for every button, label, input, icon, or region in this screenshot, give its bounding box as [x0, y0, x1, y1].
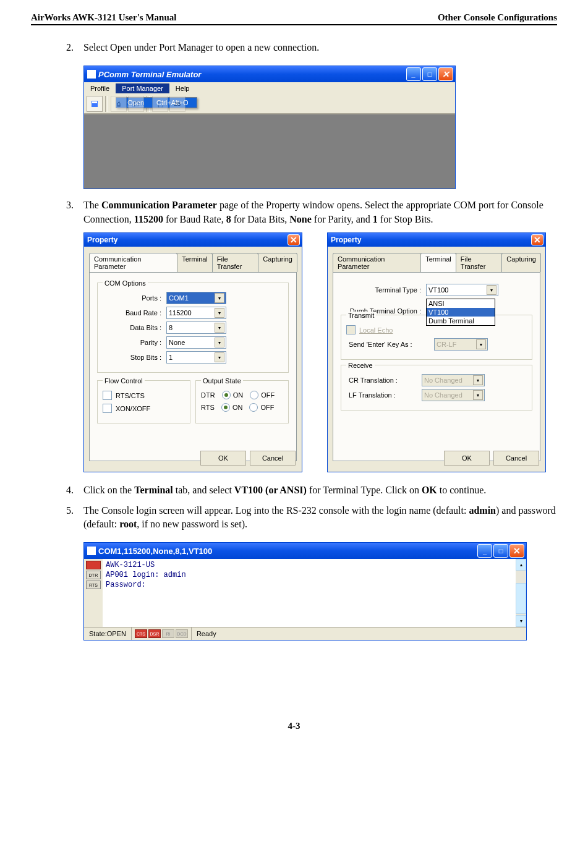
dialog-title: Property: [87, 236, 117, 244]
label: ON: [233, 391, 244, 399]
tool-icon[interactable]: ⎙: [111, 96, 127, 112]
combo-baud[interactable]: 115200▾: [166, 307, 226, 319]
text: The Console login screen will appear. Lo…: [83, 505, 469, 516]
chevron-down-icon: ▾: [215, 308, 224, 318]
titlebar: COM1,115200,None,8,1,VT100 _ □ ✕: [84, 543, 526, 559]
label-lf-translation: LF Translation :: [346, 391, 422, 399]
close-button[interactable]: ✕: [531, 234, 543, 245]
combo-data-bits[interactable]: 8▾: [166, 321, 226, 334]
combo-value: 115200: [169, 309, 192, 317]
tab-capturing[interactable]: Capturing: [258, 253, 297, 272]
ok-button[interactable]: OK: [200, 451, 246, 466]
ind-cts: CTS: [135, 629, 147, 638]
step-5: 5.The Console login screen will appear. …: [83, 504, 557, 532]
fieldset-flow-control: Flow Control RTS/CTS XON/XOFF: [97, 380, 190, 423]
tool-profile-icon[interactable]: [87, 96, 103, 112]
combo-value: 8: [169, 324, 173, 331]
menu-help[interactable]: Help: [169, 83, 196, 93]
chevron-down-icon: ▾: [215, 338, 224, 347]
tool-icon[interactable]: ☐: [128, 96, 144, 112]
text: Communication Parameter: [101, 200, 217, 210]
checkbox-rtscts[interactable]: [103, 391, 112, 400]
ind-dsr: DSR: [148, 629, 161, 638]
minimize-button[interactable]: _: [477, 544, 492, 558]
radio-rts-on[interactable]: [221, 403, 230, 412]
text: tab, and select: [173, 485, 234, 495]
scroll-up-icon[interactable]: ▴: [516, 559, 526, 571]
minimize-button[interactable]: _: [406, 67, 421, 81]
tab-file[interactable]: File Transfer: [456, 253, 502, 272]
close-button[interactable]: ✕: [509, 544, 524, 558]
radio-rts-off[interactable]: [249, 403, 258, 412]
option-vt100[interactable]: VT100: [427, 308, 495, 317]
menu-port-manager[interactable]: Port Manager: [116, 83, 169, 93]
label: DTR: [201, 391, 215, 399]
combo-value: None: [169, 339, 185, 346]
header-right: Other Console Configurations: [438, 12, 557, 23]
tab-terminal[interactable]: Terminal: [177, 253, 213, 272]
step-4: 4.Click on the Terminal tab, and select …: [83, 483, 557, 497]
legend: Receive: [346, 362, 375, 369]
close-button[interactable]: ✕: [288, 234, 300, 245]
maximize-button[interactable]: □: [493, 544, 508, 558]
option-ansi[interactable]: ANSI: [427, 299, 495, 308]
step-num: 5.: [66, 504, 83, 517]
cancel-button[interactable]: Cancel: [250, 451, 296, 466]
combo-value: No Changed: [424, 377, 462, 384]
chevron-down-icon: ▾: [487, 285, 496, 295]
tab-capturing[interactable]: Capturing: [501, 253, 541, 272]
radio-dtr-off[interactable]: [250, 391, 258, 399]
combo-send-enter: CR-LF▾: [434, 338, 488, 351]
label-data-bits: Data Bits :: [103, 324, 166, 331]
combo-stop-bits[interactable]: 1▾: [166, 351, 226, 364]
tab-comm[interactable]: Communication Parameter: [333, 253, 421, 272]
scrollbar[interactable]: ▴ ▾: [516, 559, 526, 627]
text: admin: [469, 505, 496, 516]
tool-icon[interactable]: ⬚: [152, 96, 168, 112]
radio-dtr-on[interactable]: [222, 391, 231, 399]
label: RTS: [201, 404, 215, 411]
menu-profile[interactable]: Profile: [84, 83, 116, 93]
terminal-output[interactable]: AWK-3121-US AP001 login: admin Password:: [103, 559, 516, 627]
label-terminal-type: Terminal Type :: [341, 286, 426, 294]
text: for Data Bits,: [231, 214, 290, 224]
chevron-down-icon: ▾: [473, 390, 483, 400]
text: OK: [422, 485, 437, 495]
cancel-button[interactable]: Cancel: [493, 451, 539, 466]
checkbox-local-echo: [346, 325, 356, 334]
property-dialog-comm: Property ✕ Communication Parameter Termi…: [83, 232, 302, 472]
tool-2b[interactable]: 2B: [169, 96, 185, 112]
terminal-window: COM1,115200,None,8,1,VT100 _ □ ✕ DTR RTS…: [83, 542, 527, 640]
combo-parity[interactable]: None▾: [166, 336, 226, 349]
ok-button[interactable]: OK: [444, 451, 490, 466]
text: VT100 (or ANSI): [234, 485, 307, 495]
term-line: AWK-3121-US: [106, 561, 155, 569]
maximize-button[interactable]: □: [422, 67, 437, 81]
label-parity: Parity :: [103, 339, 166, 346]
scroll-thumb[interactable]: [516, 583, 526, 614]
option-dumb[interactable]: Dumb Terminal: [427, 317, 495, 325]
text: 1: [373, 214, 378, 224]
label-cr-translation: CR Translation :: [346, 377, 422, 384]
checkbox-xonxoff[interactable]: [103, 404, 112, 413]
tabs: Communication Parameter Terminal File Tr…: [89, 253, 297, 272]
status-indicators: CTS DSR RI DCD: [132, 628, 192, 640]
text: Terminal: [134, 485, 173, 495]
app-icon: [87, 547, 96, 555]
label: OFF: [260, 404, 274, 411]
tab-file[interactable]: File Transfer: [212, 253, 258, 272]
text: The: [83, 200, 101, 210]
scroll-down-icon[interactable]: ▾: [516, 615, 526, 627]
label-send-enter: Send 'Enter' Key As :: [346, 341, 434, 348]
close-button[interactable]: ✕: [438, 67, 453, 81]
titlebar: PComm Terminal Emulator _ □ ✕: [84, 66, 455, 82]
text: for Stop Bits.: [378, 214, 433, 224]
legend: Transmit: [346, 312, 376, 319]
label: Local Echo: [359, 326, 393, 334]
chevron-down-icon: ▾: [215, 352, 224, 362]
combo-ports[interactable]: COM1▾: [166, 292, 226, 304]
window-title: PComm Terminal Emulator: [98, 70, 201, 79]
tab-comm[interactable]: Communication Parameter: [89, 253, 177, 272]
tab-terminal[interactable]: Terminal: [420, 253, 456, 272]
combo-terminal-type[interactable]: VT100▾: [426, 284, 498, 296]
